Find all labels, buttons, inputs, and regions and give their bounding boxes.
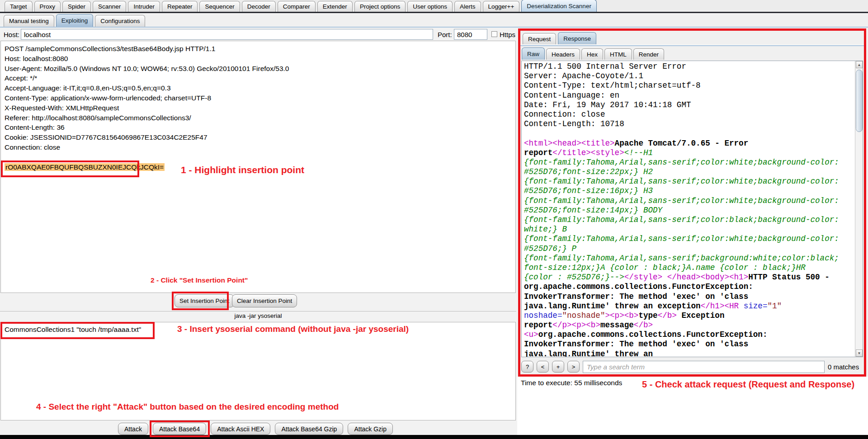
request-line: User-Agent: Mozilla/5.0 (Windows NT 10.0… <box>5 64 515 74</box>
response-raw-view[interactable]: HTTP/1.1 500 Internal Server ErrorServer… <box>521 61 863 357</box>
response-line: {font-family:Tahoma,Arial,sans-serif;col… <box>524 158 854 167</box>
scroll-thumb[interactable] <box>856 70 863 132</box>
scroll-up-icon[interactable]: ▲ <box>856 61 863 68</box>
request-line: POST /sampleCommonsCollections3/testBase… <box>5 44 515 54</box>
main-tab-project-options[interactable]: Project options <box>354 1 406 12</box>
main-tab-alerts[interactable]: Alerts <box>454 1 481 12</box>
main-tab-comparer[interactable]: Comparer <box>278 1 316 12</box>
response-line: #525D76;font-size:16px;} H3 <box>524 186 854 196</box>
request-line: X-Requested-With: XMLHttpRequest <box>5 103 515 113</box>
host-input[interactable] <box>21 29 433 40</box>
main-tab-target[interactable]: Target <box>5 1 33 12</box>
response-line: Content-Type: text/html;charset=utf-8 <box>524 81 854 90</box>
response-line: java.lang.Runtime' threw an <box>524 349 854 357</box>
clear-insertion-point-button[interactable]: Clear Insertion Point <box>232 294 297 307</box>
main-tab-deserialization-scanner[interactable]: Deserialization Scanner <box>521 0 597 12</box>
response-line: report</title><style><!--H1 <box>524 148 854 158</box>
request-line: Accept-Language: it-IT,it;q=0.8,en-US;q=… <box>5 83 515 93</box>
pane-divider <box>0 311 516 312</box>
attack-gzip-button[interactable]: Attack Gzip <box>348 423 393 435</box>
search-buttons: ?<+> <box>521 361 580 373</box>
response-line: {font-family:Tahoma,Arial,sans-serif;col… <box>524 215 854 225</box>
response-lines: HTTP/1.1 500 Internal Server ErrorServer… <box>524 62 854 357</box>
main-tab-proxy[interactable]: Proxy <box>34 1 61 12</box>
main-tab-spider[interactable]: Spider <box>62 1 91 12</box>
response-line: white;} B <box>524 225 854 234</box>
main-tab-scanner[interactable]: Scanner <box>93 1 126 12</box>
view-tab-headers[interactable]: Headers <box>546 48 580 60</box>
response-line: <html><head><title>Apache Tomcat/7.0.65 … <box>524 139 854 148</box>
main-tab-decoder[interactable]: Decoder <box>242 1 276 12</box>
insertion-payload[interactable]: rO0ABXQAE0FBQUFBQSBUZXN0IEJCQkJCQkI= <box>5 163 165 171</box>
request-lines: POST /sampleCommonsCollections3/testBase… <box>5 44 515 162</box>
view-tab-raw[interactable]: Raw <box>522 47 545 60</box>
view-tab-hex[interactable]: Hex <box>581 48 603 60</box>
request-line: Connection: close <box>5 142 515 152</box>
port-input[interactable] <box>454 29 487 40</box>
response-line: report</p><p><b>message</b> <box>524 321 854 330</box>
search-next-match-button[interactable]: > <box>567 361 580 373</box>
response-panel: RequestResponse RawHeadersHexHTMLRender … <box>518 28 866 377</box>
response-line: Connection: close <box>524 110 854 119</box>
https-label: Https <box>500 31 515 38</box>
response-line: font-size:12px;}A {color : black;}A.name… <box>524 263 854 273</box>
annotation-1: 1 - Highlight insertion point <box>181 165 304 175</box>
search-add-filter-button[interactable]: + <box>552 361 564 373</box>
response-line: org.apache.commons.collections.FunctorEx… <box>524 282 854 292</box>
set-insertion-point-button[interactable]: Set Insertion Point <box>175 294 234 307</box>
pane-tab-response[interactable]: Response <box>558 32 596 44</box>
view-tab-render[interactable]: Render <box>633 48 664 60</box>
main-tab-bar: TargetProxySpiderScannerIntruderRepeater… <box>0 0 868 13</box>
response-line: java.lang.Runtime' threw an exception</h… <box>524 302 854 311</box>
search-previous-match-button[interactable]: < <box>537 361 549 373</box>
response-scrollbar[interactable]: ▲ ▼ <box>855 61 863 357</box>
port-label: Port: <box>438 31 452 38</box>
response-line: {color : #525D76;}--></style> </head><bo… <box>524 273 854 282</box>
response-line: noshade="noshade"><p><b>type</b> Excepti… <box>524 311 854 321</box>
annotation-2: 2 - Click "Set Insertion Point" <box>151 276 248 284</box>
search-input[interactable] <box>583 361 825 373</box>
pane-tab-request[interactable]: Request <box>523 33 556 44</box>
sub-tab-configurations[interactable]: Configurations <box>95 15 145 27</box>
attack-base64-button[interactable]: Attack Base64 <box>153 423 206 435</box>
response-line: {font-family:Tahoma,Arial,sans-serif;col… <box>524 234 854 244</box>
message-view-tabs: RawHeadersHexHTMLRender <box>522 47 664 60</box>
response-line <box>524 129 854 138</box>
sub-tab-manual-testing[interactable]: Manual testing <box>4 15 54 27</box>
view-tab-html[interactable]: HTML <box>604 48 632 60</box>
sub-tab-exploiting[interactable]: Exploiting <box>56 14 94 27</box>
main-tab-intruder[interactable]: Intruder <box>128 1 160 12</box>
request-line: Content-Type: application/x-www-form-url… <box>5 93 515 103</box>
request-line: Host: localhost:8080 <box>5 54 515 64</box>
response-line: {font-family:Tahoma,Arial,sans-serif;col… <box>524 177 854 186</box>
attack-base64-gzip-button[interactable]: Attack Base64 Gzip <box>275 423 343 435</box>
search-help-button[interactable]: ? <box>521 361 533 373</box>
response-line: {font-family:Tahoma,Arial,sans-serif;col… <box>524 196 854 206</box>
main-tab-sequencer[interactable]: Sequencer <box>199 1 240 12</box>
bottom-bar <box>0 435 868 439</box>
attack-button[interactable]: Attack <box>118 423 148 435</box>
request-response-tabs: RequestResponse <box>523 32 596 44</box>
request-line: Accept: */* <box>5 73 515 83</box>
tab-separator <box>520 45 864 46</box>
main-tab-repeater[interactable]: Repeater <box>162 1 198 12</box>
response-line: Date: Fri, 19 May 2017 10:41:18 GMT <box>524 100 854 110</box>
https-checkbox[interactable] <box>491 31 497 37</box>
time-to-execute-label: Time to execute: 55 milliseconds <box>521 379 622 387</box>
request-line: Content-Length: 36 <box>5 123 515 132</box>
request-line: Referer: http://localhost:8080/sampleCom… <box>5 113 515 123</box>
match-count-label: 0 matches <box>828 363 859 371</box>
response-line: #525D76;font-size:22px;} H2 <box>524 167 854 177</box>
extension-tab-bar: Manual testingExploitingConfigurations <box>0 14 868 28</box>
annotation-3: 3 - Insert ysoserial command (without ja… <box>177 324 409 334</box>
response-line: InvokerTransformer: The method 'exec' on… <box>524 292 854 302</box>
scroll-down-icon[interactable]: ▼ <box>856 349 863 357</box>
response-line: Content-Language: en <box>524 91 854 100</box>
attack-ascii-hex-button[interactable]: Attack Ascii HEX <box>211 423 270 435</box>
request-line <box>5 152 515 162</box>
main-tab-user-options[interactable]: User options <box>407 1 453 12</box>
main-tab-extender[interactable]: Extender <box>317 1 353 12</box>
ysoserial-caption: java -jar ysoserial <box>0 312 516 319</box>
main-tab-logger[interactable]: Logger++ <box>483 1 520 12</box>
response-line: <u>org.apache.commons.collections.Functo… <box>524 330 854 340</box>
